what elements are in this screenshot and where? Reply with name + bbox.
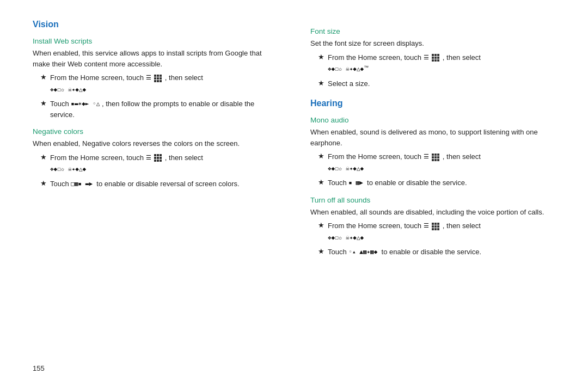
step-line2: ❖◆☐✩ ☠✦◆△◆ ™ (316, 65, 555, 74)
menu-icon-inline: ☰ (146, 74, 151, 83)
install-web-scripts-description: When enabled, this service allows apps t… (33, 48, 278, 69)
apps-icon (154, 75, 162, 82)
star-icon: ★ (318, 152, 324, 160)
star-icon: ★ (40, 99, 47, 107)
garbled-icons-9: ◦▴ ▲▩✦▩◆ (348, 248, 377, 257)
page: Vision Install Web scripts When enabled,… (0, 0, 588, 392)
step: ★ Select a size. (316, 78, 555, 89)
mono-audio-steps: ★ From the Home screen, touch ☰ , then s… (310, 151, 555, 188)
garbled-icons-5: ❖◆☐✩ ☠✦◆△◆ (328, 65, 364, 74)
step-line2: ❖◆☐✩ ☠✦◆△◆ (316, 164, 555, 174)
step-text: Touch □▩▪ ▬▶ to enable or disable revers… (50, 179, 240, 189)
page-number: 155 (33, 364, 555, 372)
step-text: Touch ▪ ▩▶ to enable or disable the serv… (328, 177, 467, 188)
garbled-icons-6: ❖◆☐✩ ☠✦◆△◆ (328, 164, 364, 174)
garbled-icons-7: ▪ ▩▶ (348, 179, 363, 188)
mono-audio-heading: Mono audio (310, 116, 555, 124)
font-size-steps: ★ From the Home screen, touch ☰ , then s… (310, 52, 555, 89)
menu-icon-inline: ☰ (424, 222, 429, 231)
star-icon: ★ (40, 179, 47, 187)
step-text: Select a size. (328, 78, 370, 89)
garbled-icons-1: ❖◆☐✩ ☠✦◆△◆ (50, 85, 86, 95)
font-size-description: Set the font size for screen displays. (310, 38, 555, 49)
step-line2: ❖◆☐✩ ☠✦◆△◆ (316, 234, 555, 243)
vision-heading: Vision (33, 20, 278, 29)
star-icon: ★ (318, 53, 324, 61)
menu-icon-inline: ☰ (424, 152, 429, 162)
apps-icon (432, 223, 439, 230)
step-line2: ❖◆☐✩ ☠✦◆△◆ (38, 85, 278, 95)
negative-colors-description: When enabled, Negative colors reverses t… (33, 138, 278, 149)
hearing-heading: Hearing (310, 99, 555, 108)
star-icon: ★ (318, 221, 324, 229)
font-size-heading: Font size (310, 27, 555, 35)
step: ★ From the Home screen, touch ☰ , then s… (316, 151, 555, 162)
star-icon: ★ (40, 73, 47, 81)
apps-icon (432, 54, 439, 62)
step: ★ Touch □▩▪ ▬▶ to enable or disable reve… (38, 179, 278, 189)
step: ★ From the Home screen, touch ☰ , then s… (316, 52, 555, 63)
step: ★ Touch ◦▴ ▲▩✦▩◆ to enable or disable th… (316, 247, 555, 258)
star-icon: ★ (318, 79, 324, 87)
apps-icon (154, 154, 162, 162)
step-text: From the Home screen, touch ☰ , then sel… (328, 151, 481, 162)
mono-audio-description: When enabled, sound is delivered as mono… (310, 127, 555, 148)
turn-off-sounds-description: When enabled, all sounds are disabled, i… (310, 207, 555, 218)
step: ★ From the Home screen, touch ☰ , then s… (316, 220, 555, 231)
left-column: Vision Install Web scripts When enabled,… (33, 20, 278, 354)
negative-colors-steps: ★ From the Home screen, touch ☰ , then s… (33, 152, 278, 189)
garbled-icons-3: ❖◆☐✩ ☠✦◆△◆ (50, 165, 86, 174)
garbled-icons-8: ❖◆☐✩ ☠✦◆△◆ (328, 234, 364, 243)
right-column: Font size Set the font size for screen d… (310, 20, 555, 354)
tm-mark: ™ (364, 65, 369, 70)
step-text: Touch ◦▴ ▲▩✦▩◆ to enable or disable the … (328, 247, 481, 258)
step-text: From the Home screen, touch ☰ , then sel… (328, 52, 481, 63)
step-text: From the Home screen, touch ☰ , then sel… (328, 220, 481, 231)
step-text: Touch ▪▬✶◆► ◦△ , then follow the prompts… (50, 99, 278, 120)
step: ★ From the Home screen, touch ☰ , then s… (38, 72, 278, 83)
step: ★ Touch ▪ ▩▶ to enable or disable the se… (316, 177, 555, 188)
garbled-icons-2: ▪▬✶◆► ◦△ (71, 100, 100, 109)
apps-icon (432, 154, 439, 161)
step: ★ From the Home screen, touch ☰ , then s… (38, 152, 278, 163)
step-line2: ❖◆☐✩ ☠✦◆△◆ (38, 165, 278, 174)
negative-colors-heading: Negative colors (33, 127, 278, 136)
turn-off-sounds-steps: ★ From the Home screen, touch ☰ , then s… (310, 220, 555, 258)
star-icon: ★ (40, 153, 47, 161)
step-text: From the Home screen, touch ☰ , then sel… (50, 152, 203, 163)
menu-icon-inline: ☰ (424, 53, 429, 63)
install-web-scripts-steps: ★ From the Home screen, touch ☰ , then s… (33, 72, 278, 120)
step-text: From the Home screen, touch ☰ , then sel… (50, 72, 203, 83)
star-icon: ★ (318, 178, 324, 186)
turn-off-sounds-heading: Turn off all sounds (310, 196, 555, 204)
menu-icon-inline: ☰ (146, 154, 151, 163)
install-web-scripts-heading: Install Web scripts (33, 37, 278, 45)
step: ★ Touch ▪▬✶◆► ◦△ , then follow the promp… (38, 99, 278, 120)
garbled-icons-4: □▩▪ ▬▶ (71, 180, 93, 189)
main-content: Vision Install Web scripts When enabled,… (33, 20, 555, 354)
star-icon: ★ (318, 247, 324, 255)
